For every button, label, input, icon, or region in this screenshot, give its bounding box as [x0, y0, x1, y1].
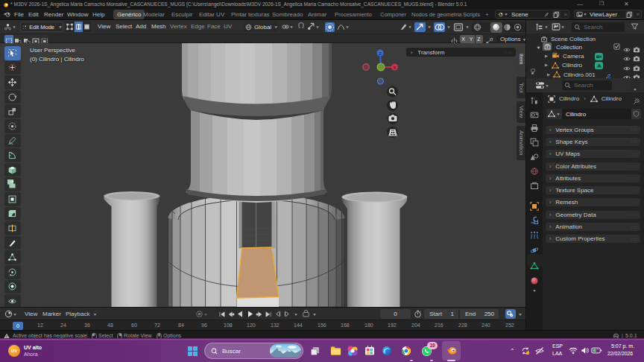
svg-text:X: X: [393, 66, 396, 70]
svg-text:Z: Z: [379, 51, 382, 56]
